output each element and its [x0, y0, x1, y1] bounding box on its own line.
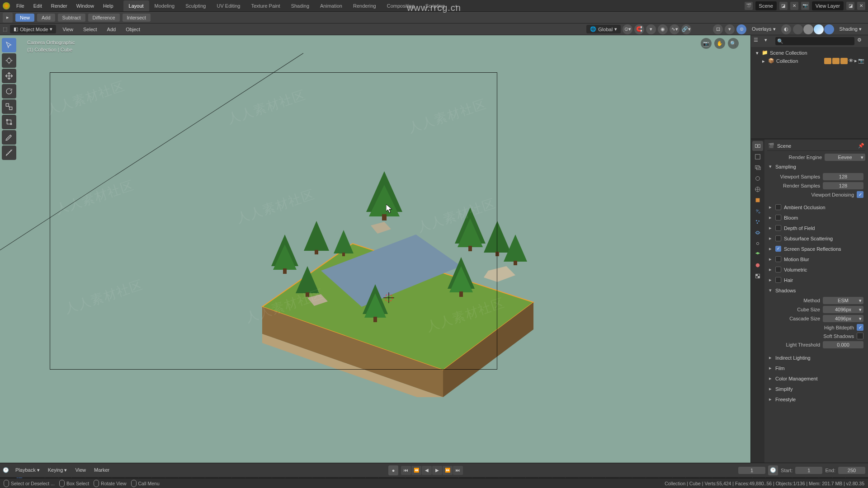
tool-rotate[interactable]	[2, 84, 16, 99]
gizmo-visibility-toggle[interactable]: ⊡	[713, 24, 723, 34]
properties-tab-material[interactable]	[752, 260, 763, 270]
menu-window[interactable]: Window	[73, 1, 98, 10]
link-dropdown[interactable]: 🔗▾	[681, 24, 691, 34]
view3d-menu-view[interactable]: View	[59, 25, 77, 33]
properties-tab-world[interactable]	[752, 184, 763, 194]
mode-selector[interactable]: ◧ Object Mode▾	[10, 25, 56, 33]
panel-header[interactable]: ▸Volumetric	[767, 265, 865, 274]
boolean-difference[interactable]: Difference	[88, 14, 120, 22]
shadow-cascade-select[interactable]: 4096px	[823, 315, 863, 322]
boolean-add[interactable]: Add	[37, 14, 55, 22]
zoom-view-icon[interactable]: 🔍	[728, 38, 739, 49]
properties-tab-physics[interactable]	[752, 228, 763, 238]
tab-layout[interactable]: Layout	[123, 0, 149, 11]
overlays-dropdown[interactable]: Overlays ▾	[748, 25, 779, 33]
timeline-view-menu[interactable]: View	[71, 466, 90, 474]
viewlayer-selector[interactable]: View Layer	[812, 1, 844, 10]
properties-tab-data[interactable]	[752, 249, 763, 259]
shading-rendered[interactable]	[824, 24, 834, 34]
panel-sampling-header[interactable]: ▾Sampling	[767, 162, 865, 171]
properties-tab-constraints[interactable]	[752, 239, 763, 249]
menu-help[interactable]: Help	[99, 1, 117, 10]
tool-transform[interactable]	[2, 115, 16, 129]
tab-modeling[interactable]: Modeling	[149, 0, 180, 11]
render-samples-field[interactable]: 128	[823, 182, 863, 189]
scene-delete-button[interactable]: ✕	[790, 2, 798, 10]
outliner-visibility-toggle[interactable]: 👁	[849, 58, 854, 64]
tab-uv-editing[interactable]: UV Editing	[211, 0, 245, 11]
pan-view-icon[interactable]: ✋	[714, 38, 725, 49]
panel-shadows-header[interactable]: ▾Shadows	[767, 286, 865, 295]
boolean-new[interactable]: New	[15, 14, 34, 22]
tab-rendering[interactable]: Rendering	[348, 0, 382, 11]
panel-header[interactable]: ▸Simplify	[767, 384, 865, 394]
panel-enable-checkbox[interactable]	[775, 225, 781, 231]
outliner-search[interactable]: 🔍	[775, 37, 854, 45]
properties-tab-scene[interactable]	[752, 174, 763, 183]
shading-wireframe[interactable]	[793, 24, 803, 34]
tab-sculpting[interactable]: Sculpting	[180, 0, 211, 11]
menu-file[interactable]: File	[13, 1, 28, 10]
tool-select-box[interactable]	[2, 38, 16, 52]
jump-to-start-button[interactable]: ⏮	[401, 466, 411, 475]
viewport-denoising-checkbox[interactable]	[857, 191, 863, 198]
properties-tab-render[interactable]	[752, 141, 763, 151]
start-frame-field[interactable]: 1	[795, 467, 822, 474]
play-button[interactable]: ▶	[432, 466, 442, 475]
tool-annotate[interactable]	[2, 130, 16, 145]
play-reverse-button[interactable]: ◀	[422, 466, 432, 475]
proportional-edit-toggle[interactable]: ◉	[658, 24, 668, 34]
snap-dropdown[interactable]: ▾	[646, 24, 656, 34]
panel-header[interactable]: ▸Subsurface Scattering	[767, 234, 865, 243]
xray-toggle[interactable]: ◐	[781, 24, 791, 34]
current-frame-field[interactable]: 1	[738, 467, 765, 474]
panel-enable-checkbox[interactable]	[775, 256, 781, 262]
panel-header[interactable]: ▸Indirect Lighting	[767, 353, 865, 362]
timeline-keying-menu[interactable]: Keying ▾	[44, 466, 71, 474]
properties-tab-viewlayer[interactable]	[752, 163, 763, 173]
scene-browse-icon[interactable]: 🎬	[745, 2, 753, 10]
timeline-marker-menu[interactable]: Marker	[90, 466, 113, 474]
panel-header[interactable]: ▸Screen Space Reflections	[767, 244, 865, 253]
tool-scale[interactable]	[2, 99, 16, 114]
tab-animation[interactable]: Animation	[315, 0, 348, 11]
soft-shadows-checkbox[interactable]	[857, 333, 863, 339]
tab-texture-paint[interactable]: Texture Paint	[245, 0, 285, 11]
menu-edit[interactable]: Edit	[30, 1, 46, 10]
tool-cursor[interactable]	[2, 53, 16, 68]
shading-dropdown[interactable]: Shading ▾	[836, 25, 865, 33]
outliner-display-mode[interactable]: ▾	[764, 37, 773, 45]
pin-icon[interactable]: 📌	[858, 143, 864, 149]
outliner-editor-icon[interactable]: ☰	[754, 37, 762, 45]
panel-enable-checkbox[interactable]	[775, 277, 781, 283]
add-workspace-button[interactable]: +	[450, 0, 462, 11]
viewlayer-delete-button[interactable]: ✕	[857, 2, 865, 10]
render-engine-select[interactable]: Eevee	[825, 154, 865, 161]
jump-to-end-button[interactable]: ⏭	[453, 466, 463, 475]
auto-keying-toggle[interactable]: ●	[388, 465, 398, 475]
outliner-scene-collection[interactable]: ▾📁Scene Collection	[754, 49, 865, 57]
properties-tab-modifiers[interactable]	[752, 206, 763, 216]
viewlayer-new-button[interactable]: ◪	[846, 2, 854, 10]
high-bitdepth-checkbox[interactable]	[857, 324, 863, 331]
menu-render[interactable]: Render	[47, 1, 71, 10]
panel-header[interactable]: ▸Depth of Field	[767, 223, 865, 233]
properties-tab-object[interactable]	[752, 195, 763, 205]
tab-scripting[interactable]: Scripting	[420, 0, 450, 11]
panel-header[interactable]: ▸Ambient Occlusion	[767, 202, 865, 212]
orientation-selector[interactable]: 🌐Global▾	[586, 25, 621, 33]
view3d-menu-add[interactable]: Add	[104, 25, 120, 33]
tab-shading[interactable]: Shading	[286, 0, 315, 11]
view3d-menu-select[interactable]: Select	[80, 25, 101, 33]
boolean-subtract[interactable]: Subtract	[58, 14, 85, 22]
pivot-dropdown[interactable]: ⊙▾	[623, 24, 632, 34]
tab-compositing[interactable]: Compositing	[382, 0, 420, 11]
timeline-editor-icon[interactable]: 🕐	[3, 467, 9, 473]
snap-toggle[interactable]: 🧲	[634, 24, 644, 34]
viewport-samples-field[interactable]: 128	[823, 173, 863, 180]
outliner-filter-icon[interactable]: ⚙	[857, 37, 865, 45]
scene-new-button[interactable]: ◪	[779, 2, 788, 10]
panel-enable-checkbox[interactable]	[775, 204, 781, 210]
light-threshold-field[interactable]: 0.000	[823, 341, 863, 348]
overlays-toggle[interactable]: ⊚	[736, 24, 746, 34]
